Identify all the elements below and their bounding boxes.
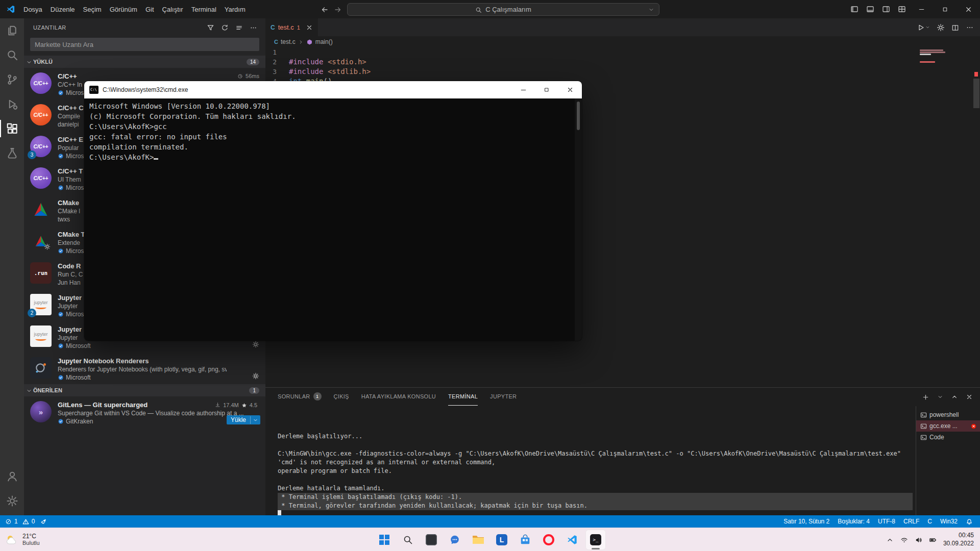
section-installed[interactable]: YÜKLÜ 14 (24, 56, 265, 68)
warnings-icon[interactable] (22, 518, 29, 525)
cmd-minimize-button[interactable] (511, 81, 535, 98)
activity-testing[interactable] (0, 141, 24, 165)
window-close-button[interactable] (957, 0, 980, 18)
menu-git[interactable]: Git (141, 0, 158, 18)
taskbar-opera-button[interactable] (538, 530, 559, 550)
cmd-maximize-button[interactable] (535, 81, 558, 98)
activity-source-control[interactable] (0, 67, 24, 92)
cmd-scrollbar[interactable] (575, 98, 582, 341)
taskbar-l-app-button[interactable]: L (492, 530, 512, 550)
panel-tab-jupyter[interactable]: JUPYTER (490, 388, 517, 406)
status-item[interactable]: UTF-8 (878, 518, 895, 525)
tab-test-c[interactable]: C test.c 1 (265, 18, 318, 36)
terminal-instance-gccexe[interactable]: gcc.exe ... (916, 420, 980, 432)
extension-list-item[interactable]: Jupyter Notebook Renderers Renderers for… (24, 353, 265, 384)
extension-manage-gear-icon[interactable] (252, 371, 259, 380)
install-extension-button[interactable]: Yükle (227, 415, 260, 424)
taskbar-clock[interactable]: 00:45 30.09.2022 (943, 532, 974, 547)
errors-icon[interactable] (5, 518, 12, 525)
minimap[interactable] (919, 47, 972, 387)
code-line[interactable]: 1 (265, 47, 914, 57)
breadcrumb[interactable]: C test.c main() (265, 36, 980, 47)
terminal-instance-Code[interactable]: Code (916, 432, 980, 443)
menu-dosya[interactable]: Dosya (19, 0, 46, 18)
status-item[interactable]: Boşluklar: 4 (838, 518, 870, 525)
maximize-panel-icon[interactable] (951, 392, 958, 402)
activity-search[interactable] (0, 43, 24, 67)
status-item[interactable]: Win32 (940, 518, 958, 525)
clear-extension-search-icon[interactable] (235, 23, 243, 32)
editor-settings-gear-icon[interactable] (937, 23, 945, 32)
widgets-weather-button[interactable]: 21°C Bulutlu (5, 528, 40, 551)
sidebar-more-actions-icon[interactable] (250, 23, 257, 32)
panel-tab-çikiş[interactable]: ÇIKIŞ (334, 388, 349, 406)
menu-düzenle[interactable]: Düzenle (46, 0, 79, 18)
window-maximize-button[interactable] (933, 0, 957, 18)
status-item[interactable]: C (927, 518, 932, 525)
run-c-file-button[interactable] (917, 23, 930, 32)
panel-tab-sorunlar[interactable]: SORUNLAR1 (278, 388, 322, 406)
taskbar-terminal-button[interactable]: >_ (585, 530, 606, 550)
tray-wifi-icon[interactable] (900, 535, 908, 544)
activity-settings[interactable] (0, 489, 24, 513)
activity-extensions[interactable] (0, 116, 24, 141)
breadcrumb-symbol[interactable]: main() (315, 38, 333, 45)
install-options-chevron-icon[interactable] (250, 416, 260, 424)
panel-tab-hata ayiklama konsolu[interactable]: HATA AYIKLAMA KONSOLU (361, 388, 436, 406)
toggle-secondary-sidebar-icon[interactable] (878, 0, 894, 18)
close-panel-icon[interactable] (966, 392, 973, 402)
panel-tab-termi̇nal[interactable]: TERMİNAL (448, 388, 478, 406)
breadcrumb-file[interactable]: test.c (281, 38, 296, 45)
activity-run-and-debug[interactable] (0, 92, 24, 116)
extension-search-input[interactable]: Markette Uzantı Ara (30, 38, 259, 51)
warning-count[interactable]: 0 (32, 518, 35, 525)
tab-close-icon[interactable] (306, 23, 313, 32)
menu-seçim[interactable]: Seçim (79, 0, 106, 18)
cmd-terminal-output[interactable]: Microsoft Windows [Version 10.0.22000.97… (84, 98, 582, 341)
new-terminal-icon[interactable] (922, 392, 929, 402)
back-arrow-icon[interactable] (321, 5, 329, 14)
extension-list-item[interactable]: » GitLens — Git supercharged 17.4M 4.5 S… (24, 396, 265, 428)
terminal-dropdown-chevron-icon[interactable] (937, 392, 943, 402)
forward-arrow-icon[interactable] (334, 5, 342, 14)
rocket-icon[interactable] (40, 518, 47, 525)
taskbar-start-button[interactable] (374, 530, 395, 550)
error-count[interactable]: 1 (14, 518, 18, 525)
refresh-icon[interactable] (221, 23, 229, 32)
menu-çalıştır[interactable]: Çalıştır (158, 0, 187, 18)
tray-battery-icon[interactable] (929, 535, 937, 544)
customize-layout-icon[interactable] (894, 0, 910, 18)
section-recommended[interactable]: ÖNERİLEN 1 (24, 384, 265, 396)
editor-scrollbar[interactable] (973, 79, 979, 108)
code-line[interactable]: 2#include <stdio.h> (265, 57, 914, 67)
terminal-output[interactable]: Derleme başlatılıyor...C:\MinGW\bin\gcc.… (278, 432, 913, 515)
taskbar-task-view-button[interactable] (421, 530, 442, 550)
activity-explorer[interactable] (0, 18, 24, 43)
notifications-bell-icon[interactable] (966, 518, 973, 525)
cmd-close-button[interactable] (558, 81, 582, 98)
taskbar-file-explorer-button[interactable] (468, 530, 488, 550)
tray-chevron-up-icon[interactable] (886, 535, 894, 544)
editor-more-actions-icon[interactable] (966, 23, 974, 32)
status-item[interactable]: CRLF (903, 518, 919, 525)
split-editor-icon[interactable] (951, 23, 959, 32)
taskbar-store-button[interactable] (515, 530, 535, 550)
tray-volume-icon[interactable] (915, 535, 922, 544)
toggle-panel-icon[interactable] (862, 0, 878, 18)
window-minimize-button[interactable] (910, 0, 933, 18)
taskbar-chat-button[interactable] (445, 530, 465, 550)
terminal-instance-powershell[interactable]: powershell (916, 409, 980, 420)
menu-yardım[interactable]: Yardım (220, 0, 250, 18)
activation-time: 56ms (237, 73, 259, 79)
taskbar-search-button[interactable] (398, 530, 418, 550)
command-center-search[interactable]: C Çalışmalarım (347, 3, 659, 16)
toggle-primary-sidebar-icon[interactable] (846, 0, 862, 18)
cmd-titlebar[interactable]: C:\ C:\Windows\system32\cmd.exe (84, 81, 582, 98)
taskbar-vscode-button[interactable] (562, 530, 582, 550)
menu-görünüm[interactable]: Görünüm (106, 0, 141, 18)
filter-icon[interactable] (207, 23, 214, 32)
code-line[interactable]: 3#include <stdlib.h> (265, 67, 914, 77)
activity-accounts[interactable] (0, 464, 24, 489)
menu-terminal[interactable]: Terminal (187, 0, 220, 18)
status-item[interactable]: Satır 10, Sütun 2 (783, 518, 829, 525)
